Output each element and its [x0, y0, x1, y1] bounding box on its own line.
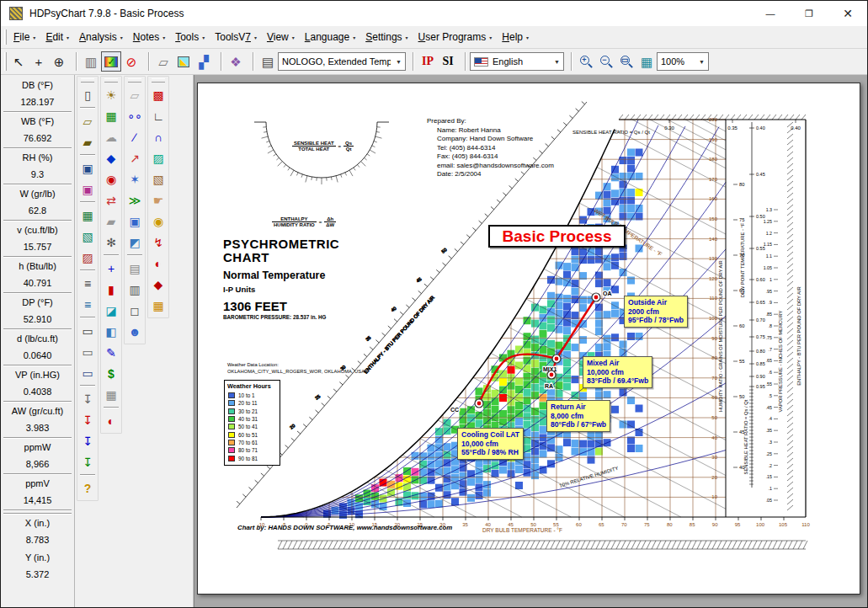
- pdf-export-green-button[interactable]: ↧: [78, 451, 97, 472]
- zoom-out-tool[interactable]: −: [596, 51, 616, 72]
- menu-gripper[interactable]: [4, 29, 7, 45]
- menu-edit[interactable]: Edit▾: [40, 29, 74, 45]
- point-connector-button[interactable]: ∘∘: [125, 105, 144, 126]
- toolcol-gripper[interactable]: [152, 78, 165, 83]
- print-chart-red-button[interactable]: ▨: [78, 247, 97, 268]
- eraser-white-button[interactable]: ▱: [125, 84, 144, 105]
- thermometer-button[interactable]: ▮: [102, 279, 120, 300]
- maximize-button[interactable]: ❐: [790, 1, 828, 26]
- lightning-button[interactable]: ↯: [149, 232, 168, 253]
- new-document-button[interactable]: ▯: [78, 84, 97, 105]
- state-value[interactable]: 62.8: [1, 202, 74, 219]
- menu-settings[interactable]: Settings▾: [360, 29, 413, 45]
- heat-cool-diamond-button[interactable]: ◆: [149, 274, 168, 295]
- mini-chart-button[interactable]: ◪: [102, 300, 120, 321]
- state-value[interactable]: 14,415: [1, 492, 74, 509]
- printer-chart-button[interactable]: ▭: [78, 320, 97, 341]
- weather-data-button[interactable]: ☀: [102, 84, 120, 105]
- cooling-coil-annotation[interactable]: Cooling Coil LAT10,000 cfm55°Fdb / 98% R…: [457, 428, 524, 460]
- open-folder-button[interactable]: ▱: [78, 110, 97, 131]
- calculator-button[interactable]: ▦: [102, 105, 120, 126]
- eraser-3d-button[interactable]: ▰: [102, 211, 120, 232]
- state-value[interactable]: 3.983: [1, 419, 74, 436]
- area-chart-tool[interactable]: ◣: [173, 51, 194, 72]
- pan-target-tool[interactable]: ⊕: [49, 51, 69, 72]
- language-dropdown[interactable]: English▼: [470, 52, 564, 71]
- state-value[interactable]: 128.197: [1, 93, 74, 110]
- notes-book-tool[interactable]: ❖: [226, 51, 246, 72]
- speech-bubble-button[interactable]: ◻: [125, 300, 144, 321]
- note-lines-button[interactable]: ▥: [125, 279, 144, 300]
- report-chart-button[interactable]: ≡: [78, 294, 97, 315]
- minimize-button[interactable]: —: [751, 1, 790, 26]
- state-value[interactable]: 0.4038: [1, 383, 74, 400]
- state-value[interactable]: 76.692: [1, 130, 74, 147]
- ip-si-convert-button[interactable]: ⇄: [102, 189, 120, 211]
- flag-line-button[interactable]: ↗: [125, 147, 144, 168]
- calculator-gray-button[interactable]: ▦: [102, 384, 120, 405]
- save-file-button[interactable]: ▣: [78, 157, 97, 179]
- close-button[interactable]: ✕: [828, 1, 867, 26]
- outside-air-annotation[interactable]: Outside Air2000 cfm95°Fdb / 78°Fwb: [624, 296, 688, 328]
- pen-chart-button[interactable]: ✎: [102, 342, 120, 363]
- state-value[interactable]: 52.910: [1, 311, 74, 328]
- blue-dome-button[interactable]: ∩: [149, 126, 168, 147]
- window-grid-button[interactable]: ▦: [149, 295, 168, 316]
- mixed-air-annotation[interactable]: Mixed Air10,000 cfm83°Fdb / 69.4°Fwb: [583, 356, 652, 388]
- multi-chart-button[interactable]: ▨: [149, 147, 168, 168]
- toolbar-gripper[interactable]: [4, 52, 7, 71]
- printer-setup-button[interactable]: ▭: [78, 362, 97, 383]
- weather-chart-button[interactable]: ◧: [102, 321, 120, 342]
- menu-view[interactable]: View▾: [262, 29, 300, 45]
- cloud-button[interactable]: ☁: [102, 126, 120, 147]
- menu-language[interactable]: Language▾: [300, 29, 360, 45]
- export-excel-button[interactable]: ▧: [78, 226, 97, 247]
- zoom-window-tool[interactable]: ▭: [616, 51, 636, 72]
- chart-marker-tool[interactable]: ▞: [194, 51, 214, 72]
- template-dropdown[interactable]: NOLOGO, Extended Temp▼: [278, 52, 406, 71]
- toolcol-gripper[interactable]: [128, 78, 141, 83]
- state-value[interactable]: 8,966: [1, 456, 74, 472]
- water-drop-button[interactable]: ◆: [102, 147, 120, 168]
- plot-point-button[interactable]: +: [102, 258, 120, 279]
- box-3d-button[interactable]: ▧: [149, 168, 168, 189]
- state-value[interactable]: 0.0640: [1, 347, 74, 364]
- fan-yellow-button[interactable]: ◉: [149, 211, 168, 232]
- fan-blower-button[interactable]: ✻: [102, 232, 120, 253]
- si-units-button[interactable]: SI: [438, 51, 458, 72]
- cost-analysis-button[interactable]: $: [102, 363, 120, 384]
- note-blank-button[interactable]: ▤: [125, 258, 144, 279]
- eraser-tool[interactable]: ▱: [153, 51, 173, 72]
- weather-tool-button[interactable]: ◩: [125, 232, 144, 253]
- pointer-tool[interactable]: ↖: [8, 51, 29, 72]
- help-button[interactable]: ?: [78, 477, 97, 499]
- sun-rays-button[interactable]: ✶: [125, 168, 144, 189]
- zoom-in-tool[interactable]: +: [576, 51, 596, 72]
- page-properties-tool[interactable]: ▤: [258, 51, 278, 72]
- pdf-export-gray-button[interactable]: ↧: [78, 388, 97, 409]
- chart-table-button[interactable]: ▦: [78, 205, 97, 226]
- menu-user-programs[interactable]: User Programs▾: [413, 29, 498, 45]
- save-chart-button[interactable]: ▣: [78, 179, 97, 200]
- process-title-box[interactable]: Basic Process: [488, 225, 626, 248]
- report-lines-button[interactable]: ≡: [78, 273, 97, 294]
- pump-button[interactable]: ◉: [102, 168, 120, 189]
- red-grid-button[interactable]: ▩: [149, 84, 168, 105]
- process-arrows-button[interactable]: ≫: [125, 189, 144, 211]
- person-button[interactable]: ☻: [125, 321, 144, 342]
- menu-notes[interactable]: Notes▾: [128, 29, 170, 45]
- toolcol-gripper[interactable]: [104, 78, 118, 83]
- state-value[interactable]: 40.791: [1, 275, 74, 291]
- state-value[interactable]: 9.3: [1, 166, 74, 183]
- monitor-button[interactable]: ▣: [125, 211, 144, 232]
- menu-help[interactable]: Help▾: [497, 29, 534, 45]
- menu-tools[interactable]: Tools▾: [170, 29, 210, 45]
- heat-cool-circle2-button[interactable]: ◐: [149, 253, 168, 274]
- pdf-export-blue-button[interactable]: ↧: [78, 430, 97, 451]
- printer-report-button[interactable]: ▭: [78, 341, 97, 362]
- hand-pointer-button[interactable]: ☛: [149, 189, 168, 211]
- ip-units-button[interactable]: IP: [418, 51, 438, 72]
- crosshair-tool[interactable]: +: [29, 51, 49, 72]
- grayscale-fill-tool[interactable]: ▥: [81, 51, 101, 72]
- closed-folder-button[interactable]: ▰: [78, 131, 97, 152]
